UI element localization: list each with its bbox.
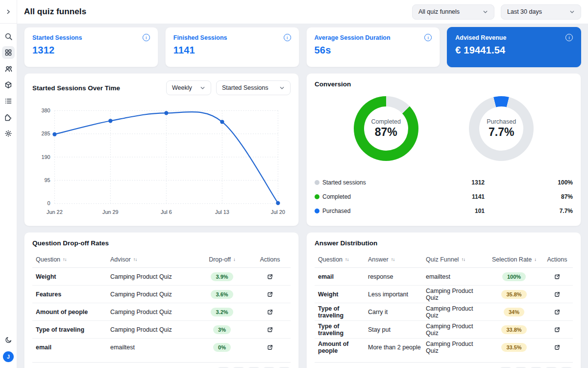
sessions-line-chart: 095190285380Jun 22Jun 29Jul 6Jul 13Jul 2…: [32, 102, 291, 219]
table-row: emailresponseemailtest100%: [315, 268, 573, 286]
rate-cell: 3%: [195, 325, 249, 334]
info-icon[interactable]: i: [424, 34, 432, 41]
column-header-question[interactable]: Question↑↓: [315, 256, 365, 263]
legend-row: Purchased1017.7%: [315, 204, 573, 218]
info-icon[interactable]: i: [143, 34, 150, 41]
table-header-row: Question↑↓Answer↑↓Quiz Funnel↑↓Selection…: [315, 251, 573, 268]
sidebar: J: [0, 0, 17, 368]
sort-icon: ↑↓: [133, 257, 137, 262]
donut-label: Completed: [371, 118, 401, 125]
pagination[interactable]: [315, 362, 573, 368]
sidebar-item-integrations[interactable]: [2, 111, 15, 124]
open-external-link-button[interactable]: [249, 309, 291, 315]
rate-badge: 33.5%: [501, 343, 526, 352]
table-header-row: Question↑↓Advisor↑↓Drop-off↓Actions: [32, 251, 291, 268]
text-cell: Camping Product Quiz: [107, 326, 195, 333]
rate-badge: 3.6%: [211, 290, 233, 299]
rate-badge: 3.9%: [211, 272, 233, 281]
column-header-drop-off[interactable]: Drop-off↓: [195, 256, 249, 263]
sidebar-item-dashboard[interactable]: [2, 46, 15, 59]
open-external-link-button[interactable]: [249, 326, 291, 333]
content: Started Sessionsi1312Finished Sessionsi1…: [17, 24, 588, 368]
sort-desc-icon: ↓: [233, 257, 235, 262]
settings-gear-icon[interactable]: [2, 127, 15, 140]
column-header-selection-rate[interactable]: Selection Rate↓: [487, 256, 541, 263]
table-row: Type of travelingCarry itCamping Product…: [315, 303, 573, 321]
info-icon[interactable]: i: [565, 34, 573, 41]
column-header-quiz-funnel[interactable]: Quiz Funnel↑↓: [422, 256, 487, 263]
sessions-over-time-card: Started Sessions Over Time Weekly Starte…: [24, 73, 299, 226]
rate-badge: 3%: [213, 325, 231, 334]
question-cell: email: [32, 344, 107, 351]
open-external-link-button[interactable]: [541, 309, 573, 315]
conversion-title: Conversion: [315, 80, 351, 88]
period-select-value: Weekly: [172, 84, 192, 91]
column-header-advisor[interactable]: Advisor↑↓: [107, 256, 195, 263]
svg-text:380: 380: [41, 107, 50, 113]
purchased-donut-chart: Purchased 7.7%: [469, 96, 534, 161]
chevron-down-icon: [569, 9, 575, 15]
main-area: All quiz funnels All quiz funnels Last 3…: [17, 0, 588, 368]
open-external-link-button[interactable]: [541, 326, 573, 333]
dark-mode-moon-icon[interactable]: [2, 333, 15, 346]
metric-select[interactable]: Started Sessions: [216, 80, 291, 95]
stat-label: Average Session Duration: [315, 34, 391, 41]
table-row: Amount of peopleMore than 2 peopleCampin…: [315, 339, 573, 356]
text-cell: Camping Product Quiz: [422, 341, 487, 354]
pagination[interactable]: [32, 362, 291, 368]
rate-cell: 0%: [195, 343, 249, 352]
conversion-card: Conversion Completed 87% Purchased: [306, 73, 581, 226]
legend-label: Started sessions: [322, 179, 426, 186]
legend-dot: [315, 180, 319, 185]
period-select[interactable]: Weekly: [166, 80, 211, 95]
date-range-value: Last 30 days: [507, 8, 542, 15]
collapse-chevron-icon[interactable]: [2, 5, 15, 18]
legend-percentage: 100%: [485, 179, 573, 186]
rate-badge: 100%: [502, 272, 526, 281]
funnel-filter-value: All quiz funnels: [418, 8, 460, 15]
open-external-link-button[interactable]: [249, 291, 291, 298]
text-cell: Camping Product Quiz: [422, 288, 487, 301]
svg-text:Jul 20: Jul 20: [271, 209, 285, 215]
svg-text:0: 0: [47, 200, 50, 206]
question-cell: Amount of people: [315, 341, 365, 354]
column-header-question[interactable]: Question↑↓: [32, 256, 107, 263]
table-row: WeightLess importantCamping Product Quiz…: [315, 286, 573, 303]
funnel-filter-select[interactable]: All quiz funnels: [412, 4, 494, 20]
dropoff-table-title: Question Drop-off Rates: [32, 239, 291, 247]
stat-card-advised-revenue: Advised Revenuei€ 19441.54: [447, 27, 581, 67]
column-header-actions: Actions: [541, 256, 573, 263]
open-external-link-button[interactable]: [541, 273, 573, 280]
stat-label: Finished Sessions: [173, 34, 227, 41]
text-cell: emailtest: [422, 273, 487, 280]
user-avatar[interactable]: J: [3, 351, 14, 362]
sidebar-item-list[interactable]: [2, 95, 15, 107]
legend-value: 1312: [426, 179, 485, 186]
completed-donut-chart: Completed 87%: [354, 96, 418, 161]
sidebar-item-products[interactable]: [2, 79, 15, 91]
question-cell: Type of traveling: [32, 326, 107, 333]
text-cell: Camping Product Quiz: [107, 291, 195, 298]
info-icon[interactable]: i: [284, 34, 291, 41]
open-external-link-button[interactable]: [541, 344, 573, 351]
column-header-answer[interactable]: Answer↑↓: [365, 256, 422, 263]
stat-value: € 19441.54: [455, 45, 573, 56]
open-external-link-button[interactable]: [541, 291, 573, 298]
sort-icon: ↑↓: [63, 257, 67, 262]
stat-value: 1141: [173, 45, 291, 56]
conversion-legend: Started sessions1312100%Completed114187%…: [315, 175, 573, 219]
open-external-link-button[interactable]: [249, 273, 291, 280]
date-range-select[interactable]: Last 30 days: [501, 4, 581, 20]
stat-value: 1312: [32, 45, 150, 56]
legend-value: 1141: [426, 193, 485, 200]
question-cell: Weight: [315, 291, 365, 298]
open-external-link-button[interactable]: [249, 344, 291, 351]
app-window: J All quiz funnels All quiz funnels Last…: [0, 0, 588, 368]
svg-text:285: 285: [41, 131, 50, 136]
sidebar-item-customers[interactable]: [2, 62, 15, 75]
topbar: All quiz funnels All quiz funnels Last 3…: [17, 0, 588, 24]
table-row: emailemailtest0%: [32, 339, 291, 356]
donut-label: Purchased: [487, 118, 516, 125]
rate-cell: 3.9%: [195, 272, 249, 281]
search-icon[interactable]: [2, 30, 15, 43]
